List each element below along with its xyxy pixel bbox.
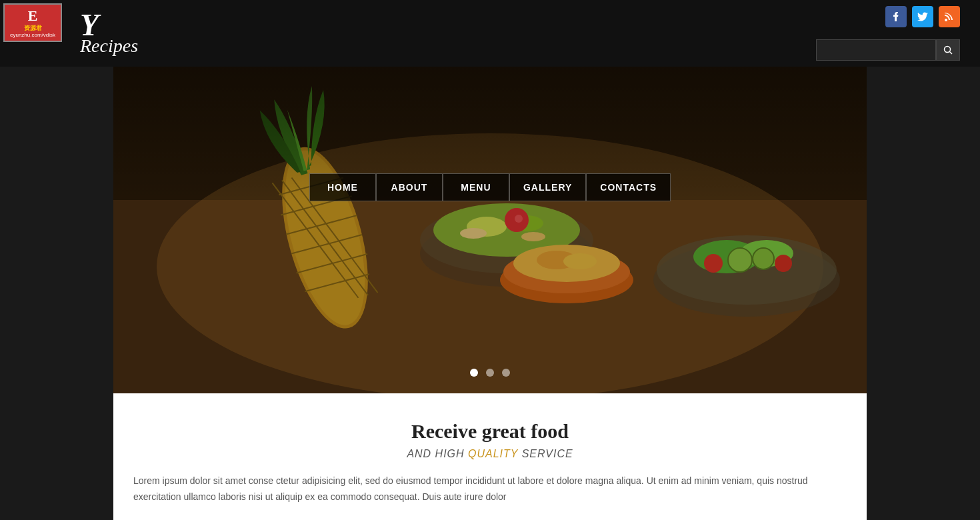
main-wrapper: HOME ABOUT MENU GALLERY CONTACTS Receive… bbox=[113, 67, 867, 520]
nav-bar: HOME ABOUT MENU GALLERY CONTACTS bbox=[309, 173, 671, 201]
subheading-pre: AND HIGH bbox=[407, 448, 468, 459]
slide-dot-1[interactable] bbox=[470, 369, 478, 377]
site-subtitle: Recipes bbox=[80, 35, 138, 57]
header-right bbox=[816, 6, 960, 61]
svg-point-0 bbox=[945, 19, 947, 21]
svg-point-1 bbox=[945, 47, 951, 53]
twitter-icon[interactable] bbox=[912, 6, 933, 27]
watermark: E 资源君 eyunzhu.com/vdisk bbox=[3, 3, 62, 42]
social-icons bbox=[885, 6, 960, 27]
slide-background bbox=[113, 67, 867, 393]
rss-icon[interactable] bbox=[939, 6, 960, 27]
logo-text: Y Recipes bbox=[80, 10, 138, 57]
slide-dot-3[interactable] bbox=[502, 369, 510, 377]
search-button[interactable] bbox=[936, 39, 960, 61]
facebook-icon[interactable] bbox=[885, 6, 907, 27]
content-heading: Receive great food bbox=[133, 420, 847, 443]
nav-about[interactable]: ABOUT bbox=[376, 173, 443, 201]
nav-home[interactable]: HOME bbox=[309, 173, 376, 201]
svg-line-2 bbox=[950, 52, 953, 55]
content-section: Receive great food AND HIGH QUALITY SERV… bbox=[113, 393, 867, 520]
slideshow: HOME ABOUT MENU GALLERY CONTACTS bbox=[113, 67, 867, 393]
search-input[interactable] bbox=[816, 39, 936, 61]
slide-dot-2[interactable] bbox=[486, 369, 494, 377]
content-subheading: AND HIGH QUALITY SERVICE bbox=[133, 448, 847, 460]
nav-gallery[interactable]: GALLERY bbox=[509, 173, 586, 201]
header: E 资源君 eyunzhu.com/vdisk Y Recipes bbox=[0, 0, 980, 67]
search-area bbox=[816, 39, 960, 61]
nav-menu[interactable]: MENU bbox=[443, 173, 509, 201]
logo-area: E 资源君 eyunzhu.com/vdisk Y Recipes bbox=[20, 10, 138, 57]
subheading-post: SERVICE bbox=[518, 448, 573, 459]
watermark-text: 资源君 bbox=[24, 25, 42, 32]
watermark-url: eyunzhu.com/vdisk bbox=[10, 32, 55, 39]
content-body: Lorem ipsum dolor sit amet conse ctetur … bbox=[133, 473, 847, 505]
nav-contacts[interactable]: CONTACTS bbox=[586, 173, 671, 201]
watermark-letter: E bbox=[28, 7, 38, 25]
quality-word: QUALITY bbox=[468, 448, 518, 459]
slider-dots bbox=[470, 369, 510, 377]
